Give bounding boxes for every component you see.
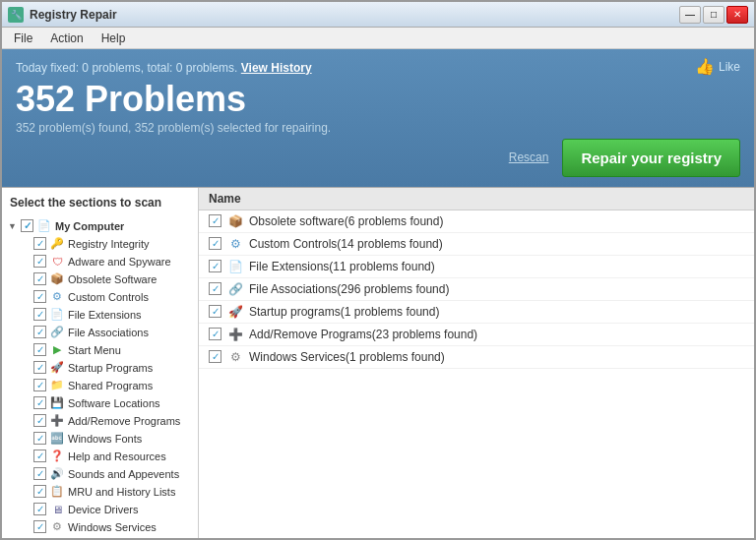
result-label-windows-services: Windows Services(1 problems found) — [249, 350, 445, 364]
checkbox-sounds[interactable] — [33, 467, 46, 480]
result-label-custom-controls: Custom Controls(14 problems found) — [249, 237, 443, 251]
node-icon-adware: 🛡 — [49, 254, 65, 270]
result-icon-obsolete-software: 📦 — [227, 213, 243, 229]
close-button[interactable]: ✕ — [726, 6, 748, 24]
result-checkbox-windows-services[interactable] — [209, 350, 221, 363]
expand-icon: ▼ — [8, 221, 18, 231]
checkbox-help[interactable] — [33, 450, 46, 462]
rescan-link[interactable]: Rescan — [509, 150, 549, 164]
checkbox-file-ext[interactable] — [33, 308, 46, 321]
result-label-obsolete-software: Obsolete software(6 problems found) — [249, 214, 443, 228]
node-icon-registry-integrity: 🔑 — [49, 236, 65, 252]
maximize-button[interactable]: □ — [703, 6, 724, 24]
node-icon-file-assoc: 🔗 — [49, 325, 65, 340]
right-panel: 📦Obsolete software(6 problems found)⚙Cus… — [199, 210, 754, 540]
tree-item-custom[interactable]: ⚙Custom Controls — [6, 288, 194, 306]
checkbox-start-menu[interactable] — [33, 343, 46, 356]
checkbox-fonts[interactable] — [33, 432, 46, 445]
tree-item-winsvc[interactable]: ⚙Windows Services — [6, 518, 194, 536]
node-icon-shared: 📁 — [49, 378, 65, 393]
checkbox-device[interactable] — [33, 503, 46, 515]
tree-item-start-menu[interactable]: ▶Start Menu — [6, 341, 194, 359]
tree-item-label-fonts: Windows Fonts — [68, 433, 142, 445]
tree-item-my-computer[interactable]: ▼📄My Computer — [6, 217, 194, 235]
node-icon-virtual: 📱 — [49, 537, 65, 540]
tree-item-label-start-menu: Start Menu — [68, 344, 121, 356]
result-label-file-associations: File Associations(296 problems found) — [249, 282, 449, 296]
menu-file[interactable]: File — [6, 30, 40, 47]
checkbox-registry-integrity[interactable] — [33, 237, 46, 250]
title-bar-left: 🔧 Registry Repair — [8, 7, 117, 23]
checkbox-custom[interactable] — [33, 290, 46, 303]
tree-item-label-registry-integrity: Registry Integrity — [68, 238, 150, 250]
title-bar-controls: — □ ✕ — [679, 6, 748, 24]
tree-item-startup[interactable]: 🚀Startup Programs — [6, 359, 194, 377]
result-checkbox-file-extensions[interactable] — [209, 260, 221, 272]
tree-item-sounds[interactable]: 🔊Sounds and Appevents — [6, 465, 194, 483]
node-icon-start-menu: ▶ — [49, 342, 65, 358]
checkbox-adware[interactable] — [33, 255, 46, 268]
tree-item-shared[interactable]: 📁Shared Programs — [6, 377, 194, 394]
tree-item-adware[interactable]: 🛡Adware and Spyware — [6, 253, 194, 270]
tree-item-software[interactable]: 💾Software Locations — [6, 394, 194, 412]
repair-button[interactable]: Repair your registry — [562, 139, 740, 177]
checkbox-obsolete[interactable] — [33, 272, 46, 285]
node-icon-winsvc: ⚙ — [49, 519, 65, 535]
result-item-obsolete-software[interactable]: 📦Obsolete software(6 problems found) — [199, 210, 754, 233]
checkbox-my-computer[interactable] — [21, 219, 33, 232]
menu-action[interactable]: Action — [42, 30, 91, 47]
result-icon-startup-programs: 🚀 — [227, 304, 243, 320]
left-panel: Select the sections to scan ▼📄My Compute… — [2, 188, 199, 540]
result-checkbox-add-remove-programs[interactable] — [209, 328, 221, 340]
result-checkbox-startup-programs[interactable] — [209, 305, 221, 318]
result-item-file-associations[interactable]: 🔗File Associations(296 problems found) — [199, 278, 754, 301]
result-item-windows-services[interactable]: ⚙Windows Services(1 problems found) — [199, 346, 754, 369]
minimize-button[interactable]: — — [679, 6, 701, 24]
tree-item-mru[interactable]: 📋MRU and History Lists — [6, 483, 194, 501]
result-checkbox-custom-controls[interactable] — [209, 237, 221, 250]
right-panel-header: Name — [199, 188, 754, 210]
title-bar: 🔧 Registry Repair — □ ✕ — [2, 2, 754, 28]
result-item-custom-controls[interactable]: ⚙Custom Controls(14 problems found) — [199, 233, 754, 256]
menu-bar: File Action Help — [2, 28, 754, 49]
tree-item-add-remove[interactable]: ➕Add/Remove Programs — [6, 412, 194, 430]
tree-item-label-add-remove: Add/Remove Programs — [68, 415, 180, 427]
node-icon-add-remove: ➕ — [49, 413, 65, 429]
result-checkbox-file-associations[interactable] — [209, 282, 221, 295]
result-icon-windows-services: ⚙ — [227, 349, 243, 365]
tree-item-device[interactable]: 🖥Device Drivers — [6, 501, 194, 518]
left-panel-title: Select the sections to scan — [6, 194, 194, 211]
result-checkbox-obsolete-software[interactable] — [209, 214, 221, 227]
result-item-startup-programs[interactable]: 🚀Startup programs(1 problems found) — [199, 301, 754, 324]
checkbox-add-remove[interactable] — [33, 414, 46, 427]
checkbox-startup[interactable] — [33, 361, 46, 374]
result-label-startup-programs: Startup programs(1 problems found) — [249, 305, 439, 319]
checkbox-shared[interactable] — [33, 379, 46, 391]
node-icon-fonts: 🔤 — [49, 431, 65, 447]
tree-item-help[interactable]: ❓Help and Resources — [6, 448, 194, 465]
header-fixed-info: Today fixed: 0 problems, total: 0 proble… — [16, 58, 312, 76]
result-icon-custom-controls: ⚙ — [227, 236, 243, 252]
tree-item-virtual[interactable]: 📱Virtual Devices — [6, 536, 194, 540]
like-button[interactable]: 👍 Like — [695, 57, 740, 76]
tree-item-file-ext[interactable]: 📄File Extensions — [6, 306, 194, 324]
checkbox-software[interactable] — [33, 396, 46, 409]
checkbox-winsvc[interactable] — [33, 520, 46, 533]
view-history-link[interactable]: View History — [241, 61, 312, 75]
tree-item-fonts[interactable]: 🔤Windows Fonts — [6, 430, 194, 448]
menu-help[interactable]: Help — [94, 30, 134, 47]
node-icon-help: ❓ — [49, 449, 65, 464]
tree-item-label-adware: Adware and Spyware — [68, 256, 171, 268]
node-icon-mru: 📋 — [49, 484, 65, 500]
checkbox-mru[interactable] — [33, 485, 46, 498]
result-item-add-remove-programs[interactable]: ➕Add/Remove Programs(23 problems found) — [199, 324, 754, 346]
header-subtitle: 352 problem(s) found, 352 problem(s) sel… — [16, 121, 740, 135]
result-item-file-extensions[interactable]: 📄File Extensions(11 problems found) — [199, 256, 754, 278]
app-icon: 🔧 — [8, 7, 24, 23]
checkbox-file-assoc[interactable] — [33, 326, 46, 338]
tree-item-file-assoc[interactable]: 🔗File Associations — [6, 324, 194, 341]
tree-item-label-mru: MRU and History Lists — [68, 486, 175, 498]
tree-item-registry-integrity[interactable]: 🔑Registry Integrity — [6, 235, 194, 253]
tree-item-label-my-computer: My Computer — [55, 220, 124, 232]
tree-item-obsolete[interactable]: 📦Obsolete Software — [6, 270, 194, 288]
